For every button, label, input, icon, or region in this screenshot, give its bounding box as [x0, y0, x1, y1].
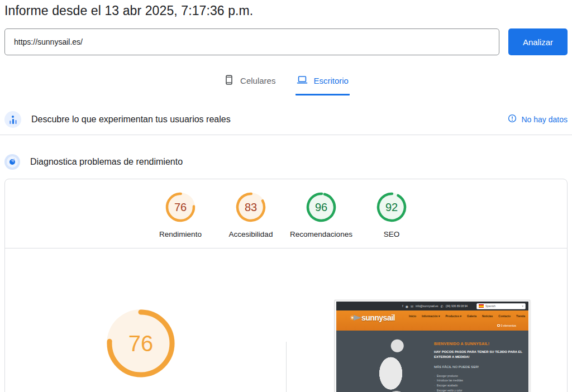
cart-icon [497, 324, 500, 327]
site-preview: f ◉ ✉ info@sunnysail.es ✆ (34) 936 89 08… [336, 302, 528, 392]
site-cart: 0 elementos [497, 324, 516, 327]
score-gauge-rendimiento[interactable]: 76 Rendimiento [145, 192, 216, 238]
tab-label: Escritorio [313, 76, 349, 85]
hero-text-block: BIENVENIDO A SUNNYSAIL! HAY POCOS PASOS … [434, 342, 525, 392]
hero-step: Introduce las medidas [434, 379, 525, 384]
score-gauge-recomendaciones[interactable]: 96 Recomendaciones [286, 192, 356, 238]
phone-icon [223, 74, 235, 87]
woman-photo [352, 337, 433, 392]
hero-steps-list: Escoger producto Introduce las medidas E… [434, 374, 525, 392]
score-label: SEO [384, 230, 400, 238]
pagespeed-report-page: Informe desde el 13 abr 2025, 7:17:36 p.… [0, 0, 572, 392]
performance-score-value: 76 [104, 307, 178, 380]
site-logo-text: sunnysail [361, 313, 395, 322]
site-logo: ☀ sunnysail [350, 313, 395, 322]
site-hero: BIENVENIDO A SUNNYSAIL! HAY POCOS PASOS … [336, 331, 528, 392]
url-input[interactable] [4, 28, 499, 55]
performance-main-gauge: 76 [104, 307, 178, 380]
spain-flag-icon [479, 304, 484, 308]
site-phone: (34) 936 89 08 94 [446, 304, 468, 308]
lab-data-section-header: Diagnostica problemas de rendimiento [4, 147, 568, 176]
site-nav-item: Inicio [409, 314, 416, 318]
score-value: 76 [165, 192, 196, 223]
language-selector: Spanish ▾ [476, 303, 526, 309]
site-nav-item: Noticias [482, 314, 493, 318]
site-topbar: f ◉ ✉ info@sunnysail.es ✆ (34) 936 89 08… [336, 302, 528, 310]
score-value: 92 [376, 192, 407, 223]
analyze-button[interactable]: Analizar [508, 28, 568, 55]
lab-section-title: Diagnostica problemas de rendimiento [30, 157, 183, 167]
phone-handset-icon: ✆ [441, 304, 444, 308]
hero-welcome: BIENVENIDO A SUNNYSAIL! [434, 342, 525, 346]
lab-results-card: 76 Rendimiento 83 Accesibilidad [4, 179, 568, 392]
tab-escritorio[interactable]: Escritorio [295, 71, 350, 95]
tab-celulares[interactable]: Celulares [222, 71, 277, 95]
site-nav-item: Tienda [516, 314, 525, 318]
score-label: Accesibilidad [229, 230, 273, 238]
no-data-status[interactable]: No hay datos [508, 114, 568, 125]
score-value: 96 [306, 192, 337, 223]
info-icon [508, 114, 517, 125]
device-tabs: Celulares Escritorio [0, 71, 572, 95]
score-summary-row: 76 Rendimiento 83 Accesibilidad [5, 192, 567, 238]
page-title: Informe desde el 13 abr 2025, 7:17:36 p.… [4, 3, 253, 18]
facebook-icon: f [402, 304, 403, 308]
language-label: Spanish [485, 304, 520, 308]
laptop-icon [297, 74, 308, 87]
card-divider [5, 248, 567, 248]
hero-headline: HAY POCOS PASOS PARA TENER SU TEJIDO PAR… [434, 350, 525, 360]
hero-step: Escoger producto [434, 374, 525, 379]
site-nav-menu: Inicio Información ▾ Productos ▾ Galería… [409, 314, 525, 318]
no-data-label: No hay datos [522, 115, 568, 124]
site-nav-item: Productos ▾ [445, 314, 461, 318]
field-section-title: Descubre lo que experimentan tus usuario… [31, 114, 231, 125]
field-data-section: Descubre lo que experimentan tus usuario… [0, 104, 572, 135]
tab-label: Celulares [240, 76, 275, 85]
site-nav-item: Contacto [498, 314, 511, 318]
site-nav-item: Galería [467, 314, 476, 318]
instagram-icon: ◉ [406, 304, 408, 308]
hero-step: Escoger estilo y color [434, 389, 525, 392]
cart-count-label: 0 elementos [501, 324, 516, 327]
score-gauge-accesibilidad[interactable]: 83 Accesibilidad [216, 192, 286, 238]
hero-subheadline: MÁS FÁCIL NO PUEDE SER! [434, 365, 525, 369]
mail-icon: ✉ [411, 304, 413, 308]
real-users-metrics-icon [4, 111, 21, 128]
site-nav-item: Información ▾ [422, 314, 440, 318]
site-screenshot-thumbnail[interactable]: f ◉ ✉ info@sunnysail.es ✆ (34) 936 89 08… [335, 300, 530, 392]
site-email: info@sunnysail.es [416, 304, 438, 308]
score-value: 83 [235, 192, 266, 223]
sail-icon [354, 315, 361, 321]
score-label: Recomendaciones [290, 230, 352, 238]
speedometer-icon [4, 154, 20, 170]
score-gauge-seo[interactable]: 92 SEO [356, 192, 427, 238]
site-navbar: ☀ sunnysail Inicio Información ▾ Product… [336, 310, 528, 331]
analyze-bar: Analizar [4, 28, 568, 55]
hero-step: Escoger acabado [434, 384, 525, 389]
chevron-down-icon: ▾ [522, 304, 523, 308]
score-label: Rendimiento [159, 230, 202, 238]
column-divider [286, 342, 287, 392]
